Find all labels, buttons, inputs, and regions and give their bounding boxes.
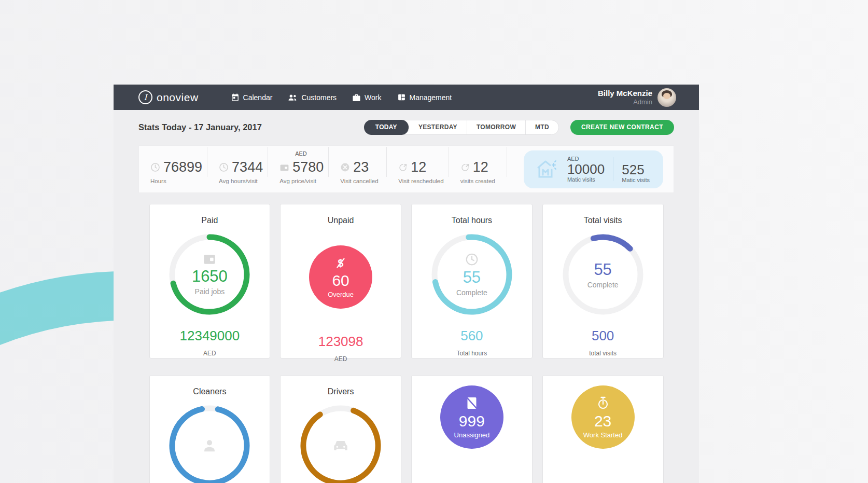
tab-tomorrow[interactable]: TOMORROW <box>467 120 526 134</box>
card-title: Drivers <box>281 387 401 397</box>
top-navbar: I onoview Calendar Customers <box>114 85 699 110</box>
main-nav: Calendar Customers Work <box>231 93 452 102</box>
total-hours-value: 560 <box>412 328 532 344</box>
stat-value: 7344 <box>232 159 263 175</box>
card-work-started: 23 Work Started <box>542 375 664 483</box>
redo-icon <box>398 163 408 172</box>
user-name: Billy McKenzie <box>598 89 652 98</box>
stat-label: Avg price/visit <box>279 178 324 184</box>
wallet-icon <box>279 163 289 172</box>
brand-name: onoview <box>157 91 199 104</box>
nav-item-work[interactable]: Work <box>352 93 381 102</box>
work-started-count: 23 <box>594 412 611 430</box>
avatar[interactable] <box>657 88 676 107</box>
tab-mtd[interactable]: MTD <box>526 120 558 134</box>
user-info: Billy McKenzie Admin <box>598 89 652 106</box>
card-title: Cleaners <box>150 387 270 397</box>
card-cleaners: Cleaners <box>149 375 271 483</box>
clock-icon <box>465 253 479 266</box>
matic-visits-box: AED 10000 Matic visits 525 Matic visits <box>524 150 663 188</box>
stat-visit-cancelled: 23 Visit cancelled <box>329 146 387 192</box>
work-started-label: Work Started <box>583 431 623 439</box>
overdue-label: Overdue <box>328 291 354 298</box>
person-icon <box>201 437 218 454</box>
card-title: Total hours <box>412 216 532 226</box>
brand-logo[interactable]: I onoview <box>138 90 199 104</box>
page-title: Stats Today - 17 January, 2017 <box>138 122 262 132</box>
unassigned-disc: 999 Unassigned <box>440 385 503 449</box>
user-role: Admin <box>598 98 652 106</box>
ring-center: 55 Complete <box>429 232 514 317</box>
total-hours-label: Total hours <box>412 350 532 357</box>
nav-item-management[interactable]: Management <box>397 93 452 102</box>
paid-currency: AED <box>150 350 270 357</box>
stat-value: 76899 <box>163 159 202 175</box>
kpi-cards-row-1: Paid 1650 Paid jobs 1234 <box>149 204 664 358</box>
matic-count-group: 525 Matic visits <box>622 155 650 183</box>
money-off-icon: $ <box>334 256 347 270</box>
clock-icon <box>150 162 160 172</box>
stat-value: 5780 <box>292 159 324 175</box>
user-menu[interactable]: Billy McKenzie Admin <box>598 88 676 107</box>
stat-value: 23 <box>353 159 369 175</box>
matic-amount-label: Matic visits <box>567 176 605 183</box>
card-paid: Paid 1650 Paid jobs 1234 <box>149 204 271 358</box>
stat-label: Visit rescheduled <box>398 178 443 184</box>
card-title: Unpaid <box>281 216 401 226</box>
clock-icon <box>219 162 229 172</box>
divider <box>613 157 613 181</box>
nav-item-calendar[interactable]: Calendar <box>231 93 273 102</box>
overdue-disc: $ 60 Overdue <box>309 245 372 309</box>
matic-count-label: Matic visits <box>622 177 650 183</box>
card-total-visits: Total visits 55 Complete 500 total visit… <box>542 204 664 358</box>
ring-center <box>298 403 383 483</box>
stat-value: 12 <box>411 159 426 175</box>
ring-center: 1650 Paid jobs <box>167 232 252 317</box>
stat-value: 12 <box>473 159 488 175</box>
unpaid-currency: AED <box>281 355 401 363</box>
card-unassigned: 999 Unassigned <box>411 375 533 483</box>
stats-panel: 76899 Hours 7344 Avg hours/visit AED <box>138 145 674 193</box>
brand-logo-icon: I <box>138 90 152 104</box>
customers-icon <box>288 93 298 101</box>
wallet-icon <box>203 254 216 265</box>
ring-center <box>167 403 252 483</box>
dashboard-content: Stats Today - 17 January, 2017 TODAY YES… <box>114 110 699 483</box>
nav-item-label: Work <box>365 93 381 102</box>
total-hours-progress-ring: 55 Complete <box>429 232 514 317</box>
unassigned-count: 999 <box>459 412 485 430</box>
total-visits-value: 500 <box>543 328 663 344</box>
hours-complete-count: 55 <box>463 268 481 287</box>
car-icon <box>331 438 350 453</box>
app-window: I onoview Calendar Customers <box>114 85 699 483</box>
cancel-icon <box>340 162 350 172</box>
home-icon <box>534 157 559 181</box>
total-visits-progress-ring: 55 Complete <box>561 232 646 317</box>
nav-item-label: Customers <box>301 93 337 102</box>
date-range-tabs: TODAY YESTERDAY TOMORROW MTD <box>364 120 559 135</box>
currency-prefix: AED <box>295 150 307 157</box>
matic-currency: AED <box>567 156 605 162</box>
card-drivers: Drivers <box>280 375 401 483</box>
tab-yesterday[interactable]: YESTERDAY <box>409 120 467 134</box>
create-new-contract-button[interactable]: CREATE NEW CONTRACT <box>570 120 674 135</box>
card-title: Paid <box>150 216 270 226</box>
nav-item-customers[interactable]: Customers <box>288 93 337 102</box>
stat-visit-rescheduled: 12 Visit rescheduled <box>387 146 449 192</box>
paid-progress-ring: 1650 Paid jobs <box>167 232 252 317</box>
nav-item-label: Calendar <box>243 93 273 102</box>
paid-jobs-label: Paid jobs <box>195 287 225 296</box>
unpaid-total: 123098 <box>281 334 401 350</box>
tab-today[interactable]: TODAY <box>364 120 409 135</box>
hours-complete-label: Complete <box>456 288 487 297</box>
stat-label: visits created <box>460 178 502 184</box>
ring-center: 55 Complete <box>561 232 646 317</box>
stat-label: Visit cancelled <box>340 178 382 184</box>
card-total-hours: Total hours 55 Complete <box>411 204 533 358</box>
card-unpaid: Unpaid $ 60 Overdue 123098 AED <box>280 204 401 358</box>
work-icon <box>352 93 361 102</box>
stat-hours: 76899 Hours <box>139 146 207 192</box>
assignment-off-icon <box>465 396 479 410</box>
cleaners-progress-ring <box>167 403 252 483</box>
visits-complete-label: Complete <box>587 281 619 289</box>
